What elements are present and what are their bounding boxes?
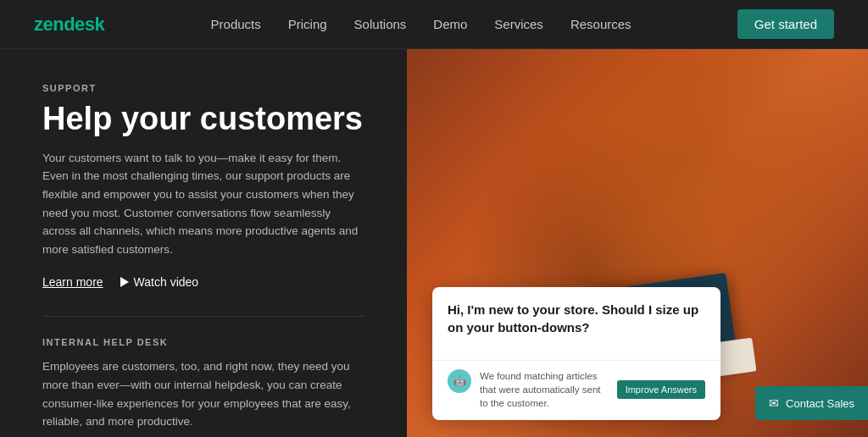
sub-section-label: INTERNAL HELP DESK xyxy=(42,337,364,347)
sub-description: Employees are customers, too, and right … xyxy=(42,357,364,430)
chat-header: Hi, I'm new to your store. Should I size… xyxy=(432,287,721,360)
logo[interactable]: zendesk xyxy=(34,14,104,36)
nav-pricing[interactable]: Pricing xyxy=(288,17,327,31)
watch-video-link[interactable]: Watch video xyxy=(120,275,199,289)
main-heading: Help your customers xyxy=(42,102,364,137)
watch-video-label: Watch video xyxy=(134,275,199,289)
contact-sales-button[interactable]: ✉ Contact Sales xyxy=(755,386,868,420)
learn-more-link[interactable]: Learn more xyxy=(42,275,103,289)
nav-resources[interactable]: Resources xyxy=(570,17,632,31)
section-divider xyxy=(42,316,364,317)
nav-products[interactable]: Products xyxy=(211,17,261,31)
nav-solutions[interactable]: Solutions xyxy=(354,17,407,31)
chat-question: Hi, I'm new to your store. Should I size… xyxy=(448,301,705,336)
chat-body: 🤖 We found matching articles that were a… xyxy=(432,360,721,420)
contact-sales-label: Contact Sales xyxy=(786,397,854,410)
chat-message-text: We found matching articles that were aut… xyxy=(480,369,609,410)
play-icon xyxy=(120,277,129,287)
get-started-button[interactable]: Get started xyxy=(737,9,834,39)
main-content: SUPPORT Help your customers Your custome… xyxy=(0,49,868,437)
chat-widget: Hi, I'm new to your store. Should I size… xyxy=(432,287,721,420)
cta-row: Learn more Watch video xyxy=(42,275,364,289)
nav-services[interactable]: Services xyxy=(494,17,543,31)
main-description: Your customers want to talk to you—make … xyxy=(42,149,364,259)
improve-answers-button[interactable]: Improve Answers xyxy=(617,380,705,399)
chat-avatar: 🤖 xyxy=(448,369,471,393)
section-label: SUPPORT xyxy=(42,83,364,93)
header: zendesk Products Pricing Solutions Demo … xyxy=(0,0,868,49)
left-panel: SUPPORT Help your customers Your custome… xyxy=(0,49,407,437)
nav-demo[interactable]: Demo xyxy=(433,17,467,31)
main-nav: Products Pricing Solutions Demo Services… xyxy=(211,17,632,31)
avatar-icon: 🤖 xyxy=(453,375,466,387)
envelope-icon: ✉ xyxy=(769,396,779,410)
right-panel: Hi, I'm new to your store. Should I size… xyxy=(407,49,868,437)
